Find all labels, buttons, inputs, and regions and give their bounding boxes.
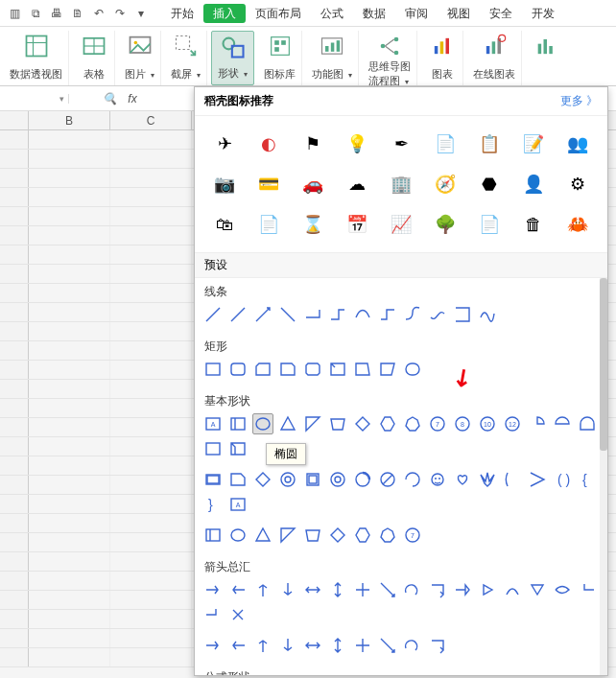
shape-basic-item[interactable]: 7 — [402, 525, 423, 546]
shape-lines-item[interactable] — [427, 304, 448, 325]
shape-basic-item[interactable] — [302, 413, 323, 434]
cell[interactable] — [29, 399, 110, 417]
shape-basic-item[interactable] — [202, 525, 224, 546]
shape-basic-item[interactable] — [202, 438, 224, 459]
shape-arrows-item[interactable] — [427, 635, 448, 656]
shape-basic-item[interactable] — [302, 525, 323, 546]
ribbon-shapes[interactable]: 形状 ▾ — [211, 31, 254, 85]
row-header[interactable] — [0, 303, 29, 321]
shape-basic-item[interactable]: 12 — [502, 413, 523, 434]
cell[interactable] — [29, 514, 110, 532]
cell[interactable] — [110, 188, 192, 206]
shape-rects-item[interactable] — [252, 359, 273, 380]
cell[interactable] — [29, 265, 110, 283]
ribbon-chart[interactable]: 图表 — [421, 31, 463, 85]
recommended-icon[interactable]: 📄 — [249, 206, 289, 243]
cell[interactable] — [110, 130, 192, 149]
shape-rects-item[interactable] — [302, 359, 323, 380]
shape-rects-item[interactable] — [352, 359, 373, 380]
recommended-icon[interactable]: 📄 — [425, 126, 465, 162]
row-header[interactable] — [0, 188, 29, 206]
shape-rects-item[interactable] — [377, 359, 398, 380]
recommended-icon[interactable]: 🌳 — [425, 206, 465, 243]
shape-arrows-item[interactable] — [427, 579, 448, 600]
cell[interactable] — [29, 418, 110, 436]
shape-basic-item[interactable]: A — [202, 413, 224, 434]
recommended-icon[interactable]: 📅 — [337, 206, 377, 243]
shape-basic-item[interactable] — [352, 413, 373, 434]
shape-lines-item[interactable] — [402, 304, 423, 325]
recommended-icon[interactable]: ☁ — [337, 166, 377, 202]
tab-安全[interactable]: 安全 — [480, 0, 522, 27]
shape-basic-item[interactable] — [477, 469, 498, 490]
shape-basic-item[interactable] — [252, 413, 273, 434]
shape-basic-item[interactable] — [552, 413, 573, 434]
zoom-icon[interactable]: 🔍 — [98, 92, 121, 105]
row-header[interactable] — [0, 265, 29, 283]
row-header[interactable] — [0, 418, 29, 436]
shape-basic-item[interactable] — [377, 413, 398, 434]
row-header[interactable] — [0, 341, 29, 360]
shape-arrows-item[interactable] — [327, 579, 348, 600]
cell[interactable] — [29, 437, 110, 456]
redo-icon[interactable]: ↷ — [111, 7, 129, 20]
shape-arrows-item[interactable] — [402, 635, 423, 656]
shape-lines-item[interactable] — [277, 304, 298, 325]
shape-lines-item[interactable] — [327, 304, 348, 325]
row-header[interactable] — [0, 169, 29, 187]
shape-lines-item[interactable] — [477, 304, 498, 325]
row-header[interactable] — [0, 552, 29, 571]
cell[interactable] — [29, 322, 110, 340]
ribbon-minicharts[interactable] — [526, 31, 568, 85]
shape-basic-item[interactable]: } — [202, 494, 224, 515]
recommended-icon[interactable]: 🛍 — [204, 206, 245, 243]
cell[interactable] — [29, 552, 110, 571]
shape-arrows-item[interactable] — [252, 635, 273, 656]
recommended-icon[interactable]: ✈ — [204, 126, 245, 162]
shape-rects-item[interactable] — [277, 359, 298, 380]
shape-basic-item[interactable] — [227, 438, 249, 459]
cell[interactable] — [110, 591, 192, 609]
cell[interactable] — [110, 495, 192, 513]
row-header[interactable] — [0, 207, 29, 225]
row-header[interactable] — [0, 322, 29, 340]
recommended-icon[interactable]: ✒ — [381, 126, 421, 162]
row-header[interactable] — [0, 476, 29, 494]
shape-lines-item[interactable] — [202, 304, 224, 325]
shape-basic-item[interactable]: ( ) — [552, 469, 573, 490]
shape-basic-item[interactable] — [327, 469, 348, 490]
recommended-icon[interactable]: 📈 — [381, 206, 421, 243]
cell[interactable] — [110, 648, 192, 666]
cell[interactable] — [110, 610, 192, 628]
recommended-icon[interactable]: 👥 — [557, 126, 598, 162]
cell[interactable] — [110, 322, 192, 340]
shape-basic-item[interactable] — [377, 525, 398, 546]
row-header[interactable] — [0, 610, 29, 628]
shape-lines-item[interactable] — [377, 304, 398, 325]
shape-arrows-item[interactable] — [452, 579, 473, 600]
cell[interactable] — [110, 341, 192, 360]
shape-basic-item[interactable] — [227, 525, 249, 546]
shape-lines-item[interactable] — [352, 304, 373, 325]
shape-arrows-item[interactable] — [377, 579, 398, 600]
cell[interactable] — [110, 533, 192, 551]
cell[interactable] — [29, 341, 110, 360]
recommended-icon[interactable]: 📷 — [204, 166, 245, 202]
recommended-icon[interactable]: 🚗 — [293, 166, 333, 202]
cell[interactable] — [29, 591, 110, 609]
shape-arrows-item[interactable] — [227, 579, 249, 600]
cell[interactable] — [29, 303, 110, 321]
cell[interactable] — [110, 437, 192, 456]
shape-arrows-item[interactable] — [302, 579, 323, 600]
recommended-icon[interactable]: ⌛ — [293, 206, 333, 243]
cell[interactable] — [110, 572, 192, 590]
cell[interactable] — [110, 380, 192, 398]
cell[interactable] — [29, 226, 110, 245]
shape-rects-item[interactable] — [327, 359, 348, 380]
shape-basic-item[interactable] — [352, 525, 373, 546]
recommended-icon[interactable]: ◐ — [249, 126, 289, 162]
tab-开发[interactable]: 开发 — [522, 0, 564, 27]
undo-icon[interactable]: ↶ — [90, 7, 107, 20]
recommended-icon[interactable]: 💡 — [337, 126, 377, 162]
shape-basic-item[interactable] — [352, 469, 373, 490]
